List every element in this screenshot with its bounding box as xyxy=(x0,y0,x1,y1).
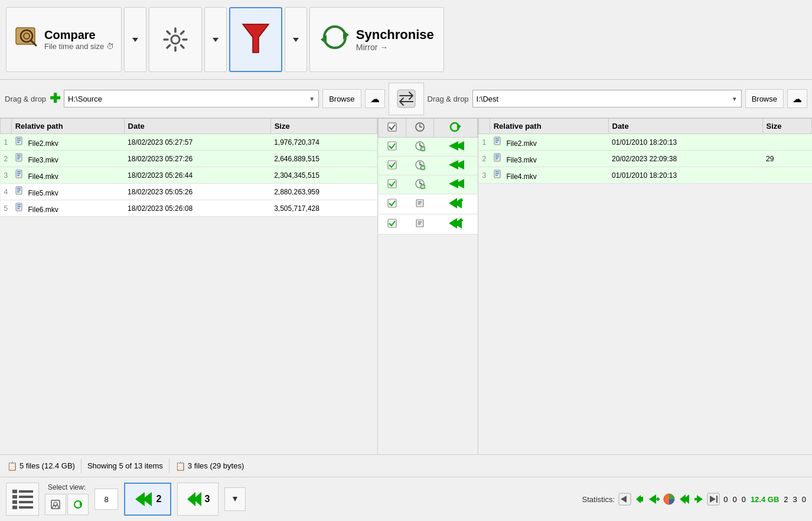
middle-check-header xyxy=(379,119,406,138)
middle-arrow-cell xyxy=(434,194,478,214)
file-name: File4.mkv xyxy=(490,167,608,184)
middle-checkbox[interactable] xyxy=(379,214,406,235)
svg-point-5 xyxy=(171,35,180,44)
left-table-row[interactable]: 2 File3.mkv 18/02/2023 05:27:26 2,646,88… xyxy=(1,151,377,167)
path-bar: Drag & drop ✚ H:\Source ▼ Browse ☁ Drag … xyxy=(0,80,812,118)
left-cloud-button[interactable]: ☁ xyxy=(365,89,385,108)
file-date: 01/01/2010 18:20:13 xyxy=(608,167,762,184)
right-cloud-button[interactable]: ☁ xyxy=(787,89,807,108)
right-browse-button[interactable]: Browse xyxy=(745,89,784,108)
file-name: File3.mkv xyxy=(11,151,124,167)
right-file-table: Relative path Date Size 1 File2.mkv xyxy=(478,118,812,184)
compare-dropdown-button[interactable] xyxy=(124,7,146,72)
compare-button[interactable]: Compare File time and size ⏱ xyxy=(6,7,122,72)
view-photo-button[interactable] xyxy=(45,494,66,515)
left-add-button[interactable]: ✚ xyxy=(50,91,60,106)
swap-button[interactable] xyxy=(389,83,424,115)
filter-button[interactable] xyxy=(229,7,282,72)
filter-dropdown-button[interactable] xyxy=(285,7,307,72)
more-button[interactable] xyxy=(224,487,246,511)
middle-table-row xyxy=(379,138,478,157)
right-table-row[interactable]: 1 File2.mkv 01/01/2010 18:20:13 xyxy=(479,134,812,151)
right-num-header xyxy=(479,119,490,134)
middle-table xyxy=(378,118,478,235)
left-table-row[interactable]: 5 File6.mkv 18/02/2023 05:26:08 3,505,71… xyxy=(1,200,377,217)
sync-icon xyxy=(319,22,350,58)
right-table-row[interactable]: 2 File3.mkv 20/02/2023 22:09:38 29 xyxy=(479,151,812,167)
middle-checkbox[interactable] xyxy=(379,157,406,175)
middle-checkbox[interactable] xyxy=(379,138,406,157)
file-date: 18/02/2023 05:05:26 xyxy=(124,184,270,200)
svg-rect-92 xyxy=(495,158,498,159)
view-small-buttons xyxy=(45,494,89,515)
svg-marker-16 xyxy=(293,38,299,42)
svg-line-12 xyxy=(181,31,184,34)
middle-arrow-cell xyxy=(434,138,478,157)
middle-checkbox[interactable] xyxy=(379,194,406,214)
left-file-table: Relative path Date Size 1 File2.mkv xyxy=(0,118,377,217)
file-name: File2.mkv xyxy=(490,134,608,151)
sync-text: Synchronise Mirror → xyxy=(356,27,434,52)
left-drag-drop-label: Drag & drop xyxy=(5,95,46,103)
synchronise-button[interactable]: Synchronise Mirror → xyxy=(309,7,444,72)
file-icon xyxy=(15,153,24,164)
file-date: 18/02/2023 05:26:44 xyxy=(124,167,270,184)
view-sync-button[interactable] xyxy=(67,494,89,515)
action-button-2[interactable]: 2 xyxy=(124,483,171,516)
left-table-row[interactable]: 1 File2.mkv 18/02/2023 05:27:57 1,976,72… xyxy=(1,134,377,151)
file-size: 3,505,717,428 xyxy=(270,200,377,217)
stats-numbers: 0 0 0 12.4 GB 2 3 0 xyxy=(723,495,806,504)
row-number: 2 xyxy=(1,151,12,167)
left-path-combo[interactable]: H:\Source ▼ xyxy=(64,90,319,108)
right-scroll-area[interactable] xyxy=(478,184,812,454)
right-table-row[interactable]: 3 File4.mkv 01/01/2010 18:20:13 xyxy=(479,167,812,184)
action-button-3[interactable]: 3 xyxy=(177,483,219,516)
svg-rect-38 xyxy=(17,206,21,207)
row-number: 3 xyxy=(1,167,12,184)
svg-line-13 xyxy=(167,45,170,48)
left-browse-button[interactable]: Browse xyxy=(322,89,361,108)
right-file-count: 3 files (29 bytes) xyxy=(188,461,244,470)
middle-clock-cell xyxy=(406,214,434,235)
select-view-label: Select view: xyxy=(48,483,86,491)
svg-marker-14 xyxy=(213,38,219,42)
settings-button[interactable] xyxy=(149,7,202,72)
settings-dropdown-button[interactable] xyxy=(204,7,227,72)
file-icon xyxy=(493,136,503,148)
file-date: 20/02/2023 22:09:38 xyxy=(608,151,762,167)
left-path-header: Relative path xyxy=(11,119,124,134)
left-table-row[interactable]: 4 File5.mkv 18/02/2023 05:05:26 2,880,26… xyxy=(1,184,377,200)
file-icon xyxy=(493,153,503,164)
svg-marker-109 xyxy=(649,494,656,504)
direction-arrow xyxy=(448,159,464,171)
svg-rect-90 xyxy=(495,155,499,156)
svg-rect-25 xyxy=(17,155,21,156)
file-date: 01/01/2010 18:20:13 xyxy=(608,134,762,151)
stat-0: 0 xyxy=(723,495,728,504)
file-icon xyxy=(15,136,24,148)
right-status-icon: 📋 xyxy=(175,461,185,471)
file-icon xyxy=(15,170,24,181)
middle-checkbox[interactable] xyxy=(379,175,406,194)
view-list-button[interactable] xyxy=(6,483,39,516)
svg-rect-88 xyxy=(495,142,498,143)
stats-icon-5 xyxy=(692,493,705,506)
action-btn-2-label: 2 xyxy=(156,494,162,504)
stats-icon-2 xyxy=(633,493,646,506)
svg-marker-115 xyxy=(697,495,703,503)
svg-marker-107 xyxy=(636,495,641,503)
svg-rect-34 xyxy=(17,190,21,191)
file-name: File6.mkv xyxy=(11,200,124,217)
file-name: File5.mkv xyxy=(11,184,124,200)
svg-rect-108 xyxy=(641,497,643,502)
right-size-header: Size xyxy=(762,119,811,134)
right-path-combo[interactable]: I:\Dest ▼ xyxy=(472,90,742,108)
left-table-row[interactable]: 3 File4.mkv 18/02/2023 05:26:44 2,304,34… xyxy=(1,167,377,184)
svg-rect-94 xyxy=(495,171,499,172)
statistics-label: Statistics: xyxy=(582,495,615,504)
svg-rect-78 xyxy=(416,220,423,227)
svg-rect-29 xyxy=(17,171,21,172)
middle-table-row xyxy=(379,194,478,214)
left-scroll-area[interactable] xyxy=(0,217,377,454)
file-icon xyxy=(15,186,24,197)
